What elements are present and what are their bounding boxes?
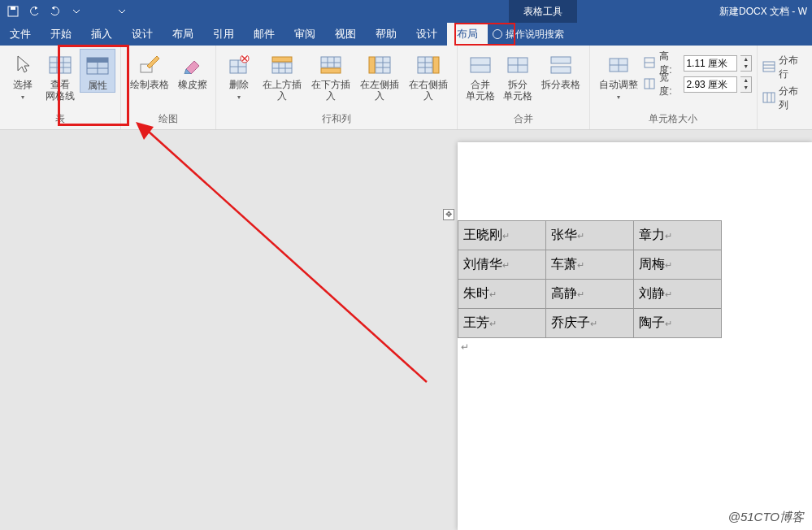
title-bar: 表格工具 新建DOCX 文档 - W — [0, 0, 812, 23]
svg-rect-34 — [433, 57, 439, 73]
group-distribute: 分布行 分布列 — [758, 46, 812, 129]
tell-me[interactable]: 操作说明搜索 — [493, 23, 564, 46]
tab-insert[interactable]: 插入 — [81, 23, 122, 46]
tab-home[interactable]: 开始 — [41, 23, 81, 46]
svg-rect-1 — [11, 7, 15, 10]
table-row[interactable]: 刘倩华↵ 车萧↵ 周梅↵ — [458, 250, 722, 280]
autofit-button[interactable]: 自动调整▾ — [595, 49, 641, 102]
tab-references[interactable]: 引用 — [203, 23, 244, 46]
select-button[interactable]: 选择▾ — [5, 49, 41, 102]
document-title: 新建DOCX 文档 - W — [719, 5, 812, 19]
eraser-icon — [180, 52, 206, 78]
tab-review[interactable]: 审阅 — [284, 23, 325, 46]
width-spinner[interactable]: ▲▼ — [740, 76, 751, 93]
width-label: 宽度: — [659, 71, 680, 98]
table-cell[interactable]: 张华↵ — [546, 221, 634, 250]
table-row[interactable]: 王晓刚↵ 张华↵ 章力↵ — [458, 221, 722, 250]
view-gridlines-button[interactable]: 查看 网格线 — [42, 49, 78, 102]
tab-view[interactable]: 视图 — [325, 23, 366, 46]
table-cell[interactable]: 朱时↵ — [458, 280, 546, 309]
qat-customize-icon[interactable] — [70, 5, 83, 18]
ribbon-tabs: 文件 开始 插入 设计 布局 引用 邮件 审阅 视图 帮助 设计 布局 操作说明… — [0, 23, 812, 46]
table-cell[interactable]: 刘倩华↵ — [458, 250, 546, 280]
delete-icon — [226, 52, 252, 78]
table-cell[interactable]: 车萧↵ — [546, 250, 634, 280]
group-rows-cols: 删除▾ 在上方插入 在下方插入 在左侧插入 在右侧插入 行和列 — [216, 46, 458, 129]
split-table-icon — [548, 52, 574, 78]
eraser-button[interactable]: 橡皮擦 — [175, 49, 211, 91]
tab-help[interactable]: 帮助 — [366, 23, 406, 46]
svg-rect-8 — [87, 58, 108, 63]
group-cell-size: 自动调整▾ 高度: ▲▼ 宽度: ▲▼ 单元格大小 — [590, 46, 758, 129]
tab-table-design[interactable]: 设计 — [406, 23, 447, 46]
lightbulb-icon — [493, 29, 502, 39]
tab-layout[interactable]: 布局 — [163, 23, 203, 46]
watermark: @51CTO博客 — [728, 510, 804, 525]
table-cell[interactable]: 陶子↵ — [634, 309, 722, 338]
insert-left-icon — [367, 52, 393, 78]
tab-mailings[interactable]: 邮件 — [244, 23, 284, 46]
cursor-icon — [10, 52, 36, 78]
insert-right-icon — [415, 52, 441, 78]
merge-icon — [467, 52, 493, 78]
insert-below-icon — [318, 52, 344, 78]
properties-icon — [85, 53, 111, 79]
split-cells-button[interactable]: 拆分 单元格 — [500, 49, 536, 102]
table-row[interactable]: 朱时↵ 高静↵ 刘静↵ — [458, 280, 722, 309]
table-row[interactable]: 王芳↵ 乔庆子↵ 陶子↵ — [458, 309, 722, 338]
redo-icon[interactable] — [49, 5, 62, 18]
table-move-handle-icon[interactable]: ✥ — [443, 209, 454, 220]
table-cell[interactable]: 周梅↵ — [634, 250, 722, 280]
col-width-icon — [643, 77, 656, 93]
table-cell[interactable]: 刘静↵ — [634, 280, 722, 309]
distribute-cols-button[interactable]: 分布列 — [762, 85, 807, 112]
table-cell[interactable]: 王芳↵ — [458, 309, 546, 338]
table-cell[interactable]: 章力↵ — [634, 221, 722, 250]
row-height-icon — [643, 56, 656, 72]
insert-above-button[interactable]: 在上方插入 — [258, 49, 306, 102]
svg-rect-52 — [763, 62, 775, 72]
table-cell[interactable]: 高静↵ — [546, 280, 634, 309]
delete-button[interactable]: 删除▾ — [221, 49, 257, 102]
width-row: 宽度: ▲▼ — [643, 75, 752, 94]
insert-above-icon — [269, 52, 295, 78]
tab-design[interactable]: 设计 — [122, 23, 163, 46]
pencil-icon — [137, 52, 163, 78]
qat-dropdown-icon[interactable] — [115, 5, 128, 18]
group-merge: 合并 单元格 拆分 单元格 拆分表格 合并 — [458, 46, 590, 129]
table-cell[interactable]: 王晓刚↵ — [458, 221, 546, 250]
svg-rect-44 — [551, 67, 571, 73]
group-draw: 绘制表格 橡皮擦 绘图 — [121, 46, 216, 129]
undo-icon[interactable] — [28, 5, 41, 18]
page: ✥ 王晓刚↵ 张华↵ 章力↵ 刘倩华↵ 车萧↵ 周梅↵ 朱时↵ 高静↵ 刘静↵ … — [458, 142, 812, 530]
insert-below-button[interactable]: 在下方插入 — [307, 49, 354, 102]
height-input[interactable] — [684, 55, 737, 72]
height-spinner[interactable]: ▲▼ — [740, 55, 751, 72]
svg-rect-19 — [272, 57, 292, 62]
svg-rect-24 — [321, 68, 341, 73]
tab-file[interactable]: 文件 — [0, 23, 41, 46]
autofit-icon — [606, 52, 632, 78]
group-table: 选择▾ 查看 网格线 属性 表 — [0, 46, 121, 129]
svg-rect-43 — [551, 57, 571, 63]
distribute-rows-button[interactable]: 分布行 — [762, 54, 807, 81]
insert-right-button[interactable]: 在右侧插入 — [405, 49, 452, 102]
quick-access-toolbar — [0, 5, 135, 18]
dist-rows-icon — [762, 61, 775, 75]
width-input[interactable] — [684, 76, 737, 93]
tab-table-layout[interactable]: 布局 — [447, 23, 488, 46]
table-cell[interactable]: 乔庆子↵ — [546, 309, 634, 338]
svg-rect-55 — [763, 93, 775, 102]
split-table-button[interactable]: 拆分表格 — [537, 49, 584, 91]
document-table[interactable]: 王晓刚↵ 张华↵ 章力↵ 刘倩华↵ 车萧↵ 周梅↵ 朱时↵ 高静↵ 刘静↵ 王芳… — [458, 220, 722, 338]
document-area: ✥ 王晓刚↵ 张华↵ 章力↵ 刘倩华↵ 车萧↵ 周梅↵ 朱时↵ 高静↵ 刘静↵ … — [0, 130, 812, 530]
ribbon: 选择▾ 查看 网格线 属性 表 绘制表格 橡皮擦 绘图 — [0, 46, 812, 130]
draw-table-button[interactable]: 绘制表格 — [126, 49, 173, 91]
svg-rect-2 — [50, 57, 71, 73]
properties-button[interactable]: 属性 — [80, 49, 115, 93]
insert-left-button[interactable]: 在左侧插入 — [356, 49, 403, 102]
paragraph-mark-icon: ↵ — [461, 341, 469, 353]
merge-cells-button[interactable]: 合并 单元格 — [462, 49, 498, 102]
save-icon[interactable] — [7, 5, 20, 18]
contextual-tab-label: 表格工具 — [509, 0, 577, 23]
